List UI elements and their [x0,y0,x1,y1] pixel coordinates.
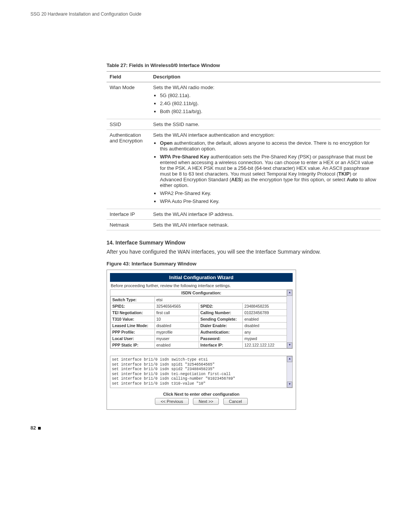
col-description: Description [150,72,381,82]
isdn-value: 122.122.122.122 [243,342,287,348]
table-row: Wlan Mode Sets the WLAN radio mode: 5G (… [107,82,381,119]
scrollbar[interactable]: ▴ ▾ [287,356,292,388]
isdn-label: Dialer Enable: [199,323,243,329]
isdn-value: etsi [155,297,287,303]
isdn-label: PPP Static IP: [111,342,155,348]
isdn-value: mypwd [243,335,287,342]
scroll-up-icon[interactable]: ▴ [287,356,292,362]
isdn-value: any [243,329,287,335]
isdn-value: enabled [155,342,199,348]
cli-output: set interface bri1/0 isdn switch-type et… [110,356,287,388]
table-row: SSID Sets the SSID name. [107,119,381,130]
fields-table: Field Description Wlan Mode Sets the WLA… [107,71,381,230]
isdn-value: 10 [155,316,199,323]
desc-cell: Sets the WLAN radio mode: 5G (802.11a). … [150,82,381,119]
isdn-label: Password: [199,335,243,342]
previous-button[interactable]: << Previous [155,398,189,405]
bold-term: TKIP [338,171,350,177]
field-cell: Authentication and Encryption [107,130,150,209]
isdn-label: Local User: [111,335,155,342]
field-cell: SSID [107,119,150,130]
list-item: 2.4G (802.11b/g). [160,101,378,106]
isdn-label: Leased Line Mode: [111,323,155,329]
isdn-value: 32546564565 [155,303,199,310]
isdn-value: first call [155,310,199,316]
field-cell: Netmask [107,220,150,230]
wizard-title: Initial Configuration Wizard [110,273,293,282]
desc-cell: Sets the WLAN interface netmask. [150,220,381,230]
bold-term: WPA Pre-Shared Key [160,154,209,160]
isdn-heading: ISDN Configuration: [110,290,292,296]
isdn-value: myprofile [155,329,199,335]
text: authentication, the default, allows anyo… [160,140,370,152]
desc-cell: Sets the WLAN interface IP address. [150,209,381,220]
scrollbar[interactable]: ▴ ▾ [287,290,292,348]
list-item: Both (802.11a/b/g). [160,109,378,114]
isdn-value: disabled [243,323,287,329]
isdn-label: Calling Number: [199,310,243,316]
isdn-label: Sending Complete: [199,316,243,323]
click-next-label: Click Next to enter other configuration [110,392,293,396]
desc-text: Sets the WLAN radio mode: [153,85,214,90]
figure-caption: Figure 43: Interface Summary Window [107,261,381,267]
scroll-up-icon[interactable]: ▴ [287,290,292,296]
next-button[interactable]: Next >> [193,398,219,405]
table-row: Authentication and Encryption Sets the W… [107,130,381,209]
text: ) as the encryption type for this option… [241,177,347,182]
list-item: 5G (802.11a). [160,93,378,98]
isdn-config-box: ISDN Configuration: Switch Type: etsi SP… [110,289,293,349]
bold-term: AES [231,177,242,182]
desc-cell: Sets the WLAN interface authentication a… [150,130,381,209]
list-item: Open authentication, the default, allows… [160,140,378,152]
desc-text: Sets the WLAN interface authentication a… [153,132,274,138]
table-caption: Table 27: Fields in Wireless0/0 Interfac… [107,62,381,68]
list-item: WPA2 Pre-Shared Key. [160,190,378,196]
scroll-down-icon[interactable]: ▾ [287,382,292,388]
isdn-value: disabled [155,323,199,329]
square-bullet-icon [38,427,41,430]
wizard-window: Initial Configuration Wizard Before proc… [107,270,296,410]
cli-output-box: set interface bri1/0 isdn switch-type et… [110,356,293,388]
desc-cell: Sets the SSID name. [150,119,381,130]
list-item: WPA Auto Pre-Shared Key. [160,198,378,204]
bold-term: Open [160,140,172,146]
isdn-label: SPID1: [111,303,155,310]
isdn-label: Authentication: [199,329,243,335]
isdn-label: TEI Negotiation: [111,310,155,316]
isdn-label: Interface IP: [199,342,243,348]
bold-term: Auto [347,177,358,182]
table-row: Interface IP Sets the WLAN interface IP … [107,209,381,220]
scroll-down-icon[interactable]: ▾ [287,342,292,348]
isdn-label: Switch Type: [111,297,155,303]
isdn-value: 23488458235 [243,303,287,310]
wizard-instruction: Before proceeding further, review the fo… [110,282,293,289]
page-header: SSG 20 Hardware Installation and Configu… [30,11,381,17]
field-cell: Wlan Mode [107,82,150,119]
col-field: Field [107,72,150,82]
isdn-label: PPP Profile: [111,329,155,335]
isdn-label: T310 Value: [111,316,155,323]
table-row: Netmask Sets the WLAN interface netmask. [107,220,381,230]
isdn-label: SPID2: [199,303,243,310]
isdn-value: myuser [155,335,199,342]
cancel-button[interactable]: Cancel [223,398,248,405]
isdn-value: 01023456789 [243,310,287,316]
section-heading: 14. Interface Summary Window [107,240,381,246]
list-item: WPA Pre-Shared Key authentication sets t… [160,154,378,188]
isdn-value: enabled [243,316,287,323]
page-number: 82 [30,425,381,431]
page-number-value: 82 [30,425,36,431]
field-cell: Interface IP [107,209,150,220]
isdn-table: Switch Type: etsi SPID1: 32546564565 SPI… [110,296,287,348]
section-body: After you have configured the WAN interf… [107,249,381,255]
